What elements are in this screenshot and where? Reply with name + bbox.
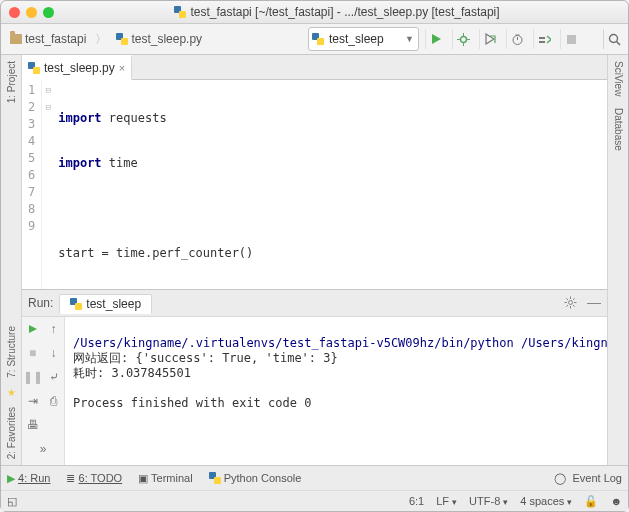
read-only-toggle[interactable]: 🔓 [584,495,598,508]
line-separator-selector[interactable]: LF ▾ [436,495,457,507]
indent-selector[interactable]: 4 spaces ▾ [520,495,572,507]
editor-tabs: test_sleep.py × [22,55,607,80]
sciview-tool-button[interactable]: SciView [613,55,624,102]
bottom-tool-stripe: ▶ 4: Run ≣ 6: TODO ▣ Terminal Python Con… [1,465,628,490]
star-icon: ★ [7,384,16,401]
run-panel-label: Run: [28,296,53,310]
attach-button[interactable] [533,29,554,49]
editor-tab-label: test_sleep.py [44,61,115,75]
stop-process-button[interactable]: ■ [29,346,36,360]
folder-icon [10,34,22,44]
caret-position[interactable]: 6:1 [409,495,424,507]
coverage-button[interactable] [479,29,500,49]
python-file-icon [312,33,324,45]
fold-gutter: ⊟ ⊟ [42,80,54,289]
fold-handle-icon[interactable]: ⊟ [42,99,54,116]
chevron-down-icon: ▼ [405,34,414,44]
python-file-icon [116,33,128,45]
svg-point-0 [460,36,466,42]
tool-windows-quick-access[interactable]: ◱ [7,495,17,508]
svg-line-20 [573,298,575,300]
run-panel-tab[interactable]: test_sleep [59,294,152,314]
close-tab-button[interactable]: × [119,62,125,74]
run-panel-header: Run: test_sleep — [22,290,607,317]
svg-rect-9 [539,41,545,43]
python-file-icon [70,298,82,310]
line-number-gutter: 1 2 3 4 5 6 7 8 9 [22,80,42,289]
encoding-selector[interactable]: UTF-8 ▾ [469,495,508,507]
svg-rect-10 [567,35,576,44]
rerun-button[interactable] [28,324,38,334]
run-button[interactable] [425,29,446,49]
status-bar: ◱ 6:1 LF ▾ UTF-8 ▾ 4 spaces ▾ 🔓 ☻ [1,490,628,511]
terminal-tool-button[interactable]: ▣ Terminal [138,472,192,485]
search-everywhere-button[interactable] [603,29,624,49]
traffic-lights [9,7,54,18]
fold-handle-icon[interactable]: ⊟ [42,82,54,99]
run-panel-toolbar: ↑ ■ ↓ ❚❚ ⤶ ⇥ ⎙ 🖶 » [22,317,65,465]
breadcrumb-project[interactable]: test_fastapi [5,30,91,48]
ide-window: test_fastapi [~/test_fastapi] - .../test… [0,0,629,512]
run-config-selector[interactable]: test_sleep ▼ [308,27,419,51]
debug-button[interactable] [452,29,473,49]
minimize-window-button[interactable] [26,7,37,18]
window-title: test_fastapi [~/test_fastapi] - .../test… [54,5,620,19]
run-tool-window: Run: test_sleep — ↑ [22,289,607,465]
console-output[interactable]: /Users/kingname/.virtualenvs/test_fastap… [65,317,607,465]
profile-button[interactable] [506,29,527,49]
scroll-down-button[interactable]: ↓ [51,346,57,360]
structure-tool-button[interactable]: 7: Structure [6,320,17,384]
favorites-tool-button[interactable]: 2: Favorites [6,401,17,465]
python-console-tool-button[interactable]: Python Console [209,472,302,484]
project-tool-button[interactable]: 1: Project [6,55,17,109]
toggle-output-button[interactable]: ⎙ [50,394,57,408]
python-file-icon [174,6,186,18]
navigation-toolbar: test_fastapi 〉 test_sleep.py test_sleep … [1,24,628,55]
event-log-button[interactable]: ◯ Event Log [554,472,622,485]
chevron-right-icon: 〉 [95,31,107,48]
todo-tool-button[interactable]: ≣ 6: TODO [66,472,122,485]
more-actions-button[interactable]: » [40,442,47,456]
breadcrumb-file[interactable]: test_sleep.py [111,30,207,48]
editor-tab[interactable]: test_sleep.py × [22,55,132,80]
svg-line-12 [616,41,620,45]
hieroglyph-icon[interactable]: ☻ [610,495,622,507]
scroll-up-button[interactable]: ↑ [51,322,57,336]
left-tool-stripe: 1: Project 7: Structure ★ 2: Favorites [1,55,22,465]
code-area[interactable]: import requests import time start = time… [54,80,607,289]
run-tool-button[interactable]: ▶ 4: Run [7,472,50,485]
print-button[interactable]: 🖶 [27,418,39,432]
database-tool-button[interactable]: Database [613,102,624,157]
zoom-window-button[interactable] [43,7,54,18]
svg-line-21 [566,305,568,307]
python-file-icon [28,62,40,74]
main-area: 1: Project 7: Structure ★ 2: Favorites t… [1,55,628,465]
svg-point-11 [609,34,617,42]
scroll-to-end-button[interactable]: ⇥ [28,394,38,408]
pause-button[interactable]: ❚❚ [23,370,43,384]
code-editor[interactable]: 1 2 3 4 5 6 7 8 9 ⊟ ⊟ import requests [22,80,607,289]
soft-wrap-button[interactable]: ⤶ [49,370,59,384]
stop-button[interactable] [560,29,581,49]
hide-panel-button[interactable]: — [587,294,601,310]
gear-icon[interactable] [564,296,577,310]
editor-column: test_sleep.py × 1 2 3 4 5 6 7 8 9 [22,55,607,465]
svg-rect-8 [539,37,545,39]
close-window-button[interactable] [9,7,20,18]
breadcrumb: test_fastapi 〉 test_sleep.py [5,30,207,48]
svg-point-13 [569,301,573,305]
svg-line-18 [566,298,568,300]
right-tool-stripe: SciView Database [607,55,628,465]
svg-line-19 [573,305,575,307]
titlebar: test_fastapi [~/test_fastapi] - .../test… [1,1,628,24]
